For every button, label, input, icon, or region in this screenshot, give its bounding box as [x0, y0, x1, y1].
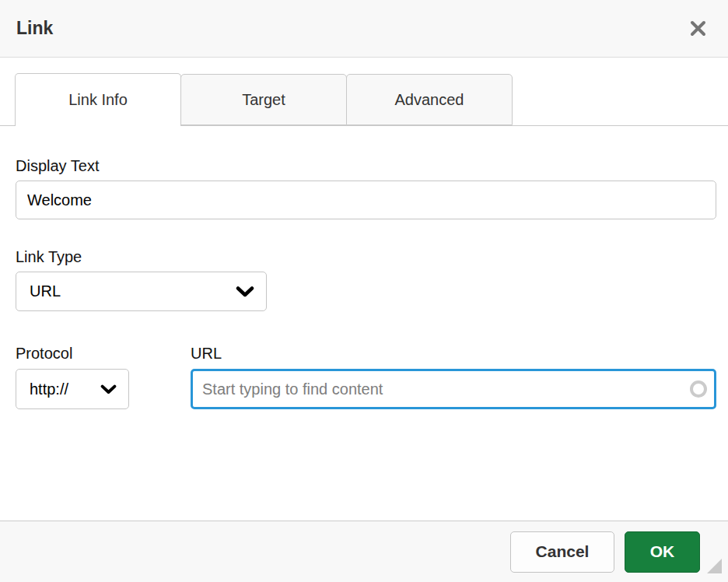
url-field: URL: [191, 345, 716, 409]
resize-handle[interactable]: [707, 559, 722, 573]
close-icon: [689, 19, 707, 37]
protocol-select[interactable]: http://: [16, 369, 129, 409]
display-text-label: Display Text: [16, 157, 716, 175]
chevron-down-icon: [100, 384, 117, 394]
cancel-button[interactable]: Cancel: [510, 531, 614, 573]
protocol-field: Protocol http://: [16, 345, 191, 409]
display-text-input[interactable]: [16, 181, 716, 219]
tab-label: Link Info: [68, 91, 128, 109]
chevron-down-icon: [236, 286, 254, 297]
tab-strip: Link Info Target Advanced: [0, 58, 728, 126]
link-dialog: Link Link Info Target Advanced Display T…: [0, 0, 728, 582]
close-button[interactable]: [687, 18, 709, 40]
tab-advanced[interactable]: Advanced: [346, 74, 513, 125]
ok-button[interactable]: OK: [625, 531, 700, 573]
loading-spinner-icon: [690, 380, 707, 398]
protocol-url-row: Protocol http:// URL: [16, 345, 716, 409]
tab-panel-link-info: Display Text Link Type URL Protocol http…: [0, 126, 728, 521]
protocol-label: Protocol: [16, 345, 191, 363]
link-type-selected-value: URL: [30, 282, 61, 300]
link-type-label: Link Type: [16, 248, 716, 266]
tab-target[interactable]: Target: [180, 74, 347, 125]
url-input[interactable]: [191, 369, 716, 409]
protocol-selected-value: http://: [30, 380, 68, 398]
tab-link-info[interactable]: Link Info: [15, 73, 181, 126]
link-type-select[interactable]: URL: [16, 272, 267, 311]
tab-label: Target: [242, 91, 285, 109]
tab-label: Advanced: [395, 91, 464, 109]
dialog-footer: Cancel OK: [0, 521, 728, 582]
dialog-header: Link: [0, 0, 728, 58]
dialog-title: Link: [16, 18, 53, 39]
url-input-wrapper: [191, 369, 716, 409]
url-label: URL: [191, 345, 716, 363]
